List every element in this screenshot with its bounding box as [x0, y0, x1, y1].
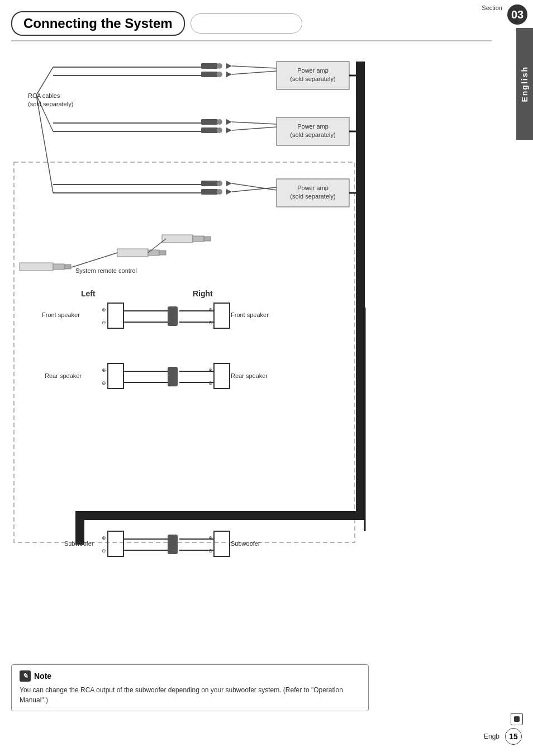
svg-line-34: [232, 122, 277, 124]
svg-marker-33: [226, 127, 232, 133]
connection-diagram: Power amp (sold separately) Power amp (s…: [8, 45, 489, 576]
svg-marker-32: [226, 119, 232, 125]
svg-text:Power amp: Power amp: [297, 123, 329, 130]
title-underline: [11, 40, 492, 41]
svg-rect-84: [108, 363, 123, 389]
nav-button-icon: [514, 716, 520, 722]
svg-rect-61: [148, 250, 159, 256]
svg-text:Rear speaker: Rear speaker: [231, 372, 268, 379]
svg-text:⊕: ⊕: [102, 535, 106, 541]
svg-rect-103: [214, 531, 230, 556]
language-sidebar: English: [516, 28, 533, 140]
svg-rect-60: [117, 249, 148, 257]
svg-rect-18: [201, 63, 218, 69]
svg-text:Front speaker: Front speaker: [231, 311, 269, 318]
svg-rect-63: [20, 263, 53, 271]
svg-rect-58: [193, 236, 204, 242]
svg-line-24: [232, 66, 277, 68]
svg-text:Power amp: Power amp: [297, 67, 329, 74]
svg-text:Power amp: Power amp: [297, 185, 329, 191]
svg-text:(sold separately): (sold separately): [290, 75, 335, 82]
svg-text:Rear speaker: Rear speaker: [45, 372, 82, 379]
svg-text:⊖: ⊖: [102, 380, 106, 386]
page-title: Connecting the System: [11, 11, 185, 36]
svg-line-25: [232, 71, 277, 74]
svg-text:⊖: ⊖: [102, 548, 106, 554]
svg-line-35: [232, 127, 277, 130]
svg-rect-62: [159, 251, 166, 255]
svg-text:RCA cables: RCA cables: [28, 92, 60, 99]
svg-marker-23: [226, 72, 232, 77]
svg-rect-30: [201, 127, 218, 133]
svg-rect-76: [168, 306, 178, 326]
note-box: ✎ Note You can change the RCA output of …: [11, 664, 369, 711]
svg-text:⊕: ⊕: [102, 307, 106, 313]
svg-rect-59: [204, 237, 211, 241]
svg-point-39: [217, 181, 222, 186]
svg-rect-57: [162, 235, 193, 243]
svg-rect-11: [75, 511, 365, 520]
svg-point-19: [217, 63, 222, 69]
svg-point-31: [217, 127, 222, 133]
svg-text:Subwoofer: Subwoofer: [64, 540, 94, 547]
svg-text:Right: Right: [193, 289, 213, 298]
page-number: 15: [505, 728, 522, 745]
svg-text:⊕: ⊕: [208, 535, 213, 541]
note-title: ✎ Note: [20, 670, 360, 682]
svg-rect-38: [201, 181, 218, 186]
svg-rect-97: [108, 531, 123, 556]
svg-rect-64: [53, 264, 64, 270]
svg-marker-22: [226, 63, 232, 69]
svg-line-52: [36, 67, 53, 95]
section-label: Section: [482, 4, 502, 11]
page-footer: Engb 15: [484, 728, 522, 745]
svg-text:(sold separately): (sold separately): [28, 101, 73, 107]
svg-marker-43: [226, 189, 232, 195]
svg-rect-12: [75, 511, 84, 545]
section-badge: 03: [507, 4, 527, 25]
svg-rect-40: [201, 189, 218, 195]
svg-line-45: [232, 187, 277, 192]
svg-text:(sold separately): (sold separately): [290, 131, 335, 138]
svg-rect-89: [168, 367, 178, 386]
svg-text:⊕: ⊕: [102, 367, 106, 373]
svg-rect-0: [14, 162, 355, 542]
svg-rect-71: [108, 303, 123, 328]
note-label: Note: [34, 672, 51, 681]
svg-point-29: [217, 119, 222, 125]
svg-text:⊖: ⊖: [102, 320, 106, 325]
note-icon: ✎: [20, 670, 31, 682]
svg-point-21: [217, 72, 222, 77]
svg-rect-10: [356, 62, 365, 520]
svg-text:Left: Left: [81, 289, 96, 298]
svg-rect-102: [168, 535, 178, 554]
svg-line-66: [72, 253, 117, 267]
svg-text:⊕: ⊕: [208, 367, 213, 373]
title-area: Connecting the System: [11, 11, 302, 36]
svg-rect-65: [64, 264, 71, 269]
svg-line-54: [36, 95, 53, 193]
svg-text:Front speaker: Front speaker: [42, 311, 80, 318]
language-label: English: [520, 66, 529, 102]
svg-line-44: [232, 183, 277, 190]
svg-rect-90: [214, 363, 230, 389]
nav-button[interactable]: [511, 713, 523, 725]
svg-text:System remote control: System remote control: [75, 267, 137, 274]
svg-marker-42: [226, 181, 232, 186]
svg-text:(sold separately): (sold separately): [290, 193, 335, 200]
note-text: You can change the RCA output of the sub…: [20, 685, 360, 705]
svg-rect-28: [201, 119, 218, 125]
engb-label: Engb: [484, 733, 499, 740]
svg-rect-77: [214, 303, 230, 328]
svg-text:⊕: ⊕: [208, 307, 213, 313]
svg-point-41: [217, 189, 222, 195]
title-connector: [191, 13, 302, 34]
svg-rect-20: [201, 72, 218, 77]
svg-text:Subwoofer: Subwoofer: [231, 540, 260, 547]
